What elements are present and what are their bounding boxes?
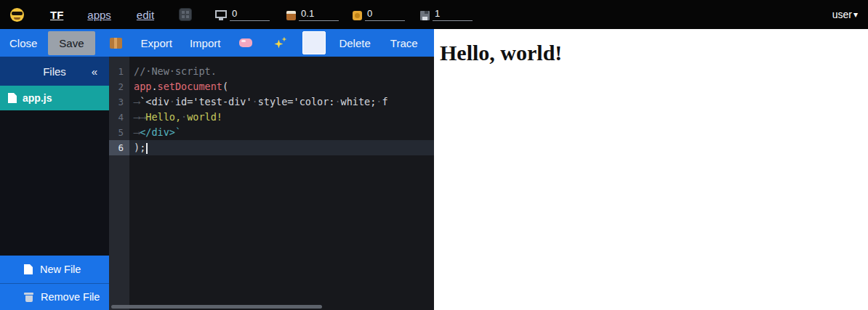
space-whitespace-marker: ·	[334, 96, 340, 107]
output-text: Hello, world!	[440, 41, 868, 65]
apps-link[interactable]: apps	[87, 9, 111, 21]
code-line[interactable]: );	[129, 140, 434, 155]
code-token: `<div	[140, 96, 169, 107]
output-pane: Hello, world!	[434, 29, 868, 310]
collapse-panel-icon[interactable]: «	[92, 65, 97, 78]
code-token: .	[151, 81, 157, 92]
code-line[interactable]: app.setDocument(	[129, 79, 434, 94]
monitor-counter-value[interactable]: 0	[230, 9, 270, 21]
soap-icon[interactable]	[239, 38, 252, 47]
beer-counter-value[interactable]: 0.1	[299, 9, 339, 21]
code-token: style='color:	[258, 96, 335, 107]
line-number: 2	[109, 79, 129, 94]
counter-coin: 0	[353, 9, 405, 21]
line-number: 5	[109, 125, 129, 140]
code-token: Hello,	[145, 111, 181, 123]
counter-floppy: 1	[420, 9, 473, 21]
code-token: );	[134, 142, 145, 153]
code-line[interactable]: //·New·script.	[129, 64, 434, 79]
floppy-icon	[420, 11, 430, 20]
space-whitespace-marker: ·	[169, 96, 175, 107]
file-name: app.js	[23, 92, 52, 104]
coin-icon	[353, 11, 362, 20]
sparkles-icon[interactable]	[274, 37, 286, 49]
line-number: 3	[109, 94, 129, 110]
beer-icon	[286, 11, 296, 20]
close-button[interactable]: Close	[9, 37, 37, 49]
remove-file-label: Remove File	[41, 291, 100, 303]
import-button[interactable]: Import	[190, 37, 221, 49]
trash-icon	[24, 293, 33, 302]
tab-whitespace-marker: ⟶	[134, 126, 140, 138]
line-number: 6	[109, 140, 129, 155]
blank-button[interactable]	[302, 31, 326, 54]
code-token: world!	[187, 111, 222, 123]
save-button[interactable]: Save	[48, 31, 95, 55]
package-icon[interactable]	[110, 38, 122, 49]
remove-file-button[interactable]: Remove File	[0, 283, 109, 310]
code-token: id='test-div'	[175, 96, 252, 107]
space-whitespace-marker: ·	[181, 111, 187, 123]
code-line[interactable]: ⟶⟶Hello,·world!	[129, 110, 434, 125]
file-list: app.js	[0, 86, 109, 256]
code-editor[interactable]: 123456 //·New·script.app.setDocument(⟶`<…	[109, 57, 434, 310]
new-file-button[interactable]: New File	[0, 256, 109, 283]
floppy-counter-value[interactable]: 1	[433, 9, 473, 21]
topbar: TF apps edit 0 0.1 0 1 user ▾	[0, 0, 868, 29]
user-menu-label: user	[832, 9, 852, 20]
counter-monitor: 0	[215, 9, 270, 21]
app-grid-icon[interactable]	[179, 8, 192, 21]
counter-beer: 0.1	[286, 9, 339, 21]
tab-whitespace-marker: ⟶	[134, 96, 140, 107]
code-area[interactable]: //·New·script.app.setDocument(⟶`<div·id=…	[129, 57, 434, 310]
text-cursor	[146, 143, 148, 154]
code-token: //·New·script.	[134, 65, 217, 77]
code-token: f	[382, 96, 387, 107]
editor-toolbar: Close Save Export Import Delete Trace	[0, 29, 434, 57]
tf-link[interactable]: TF	[50, 9, 63, 21]
monitor-icon	[215, 10, 227, 18]
file-item-appjs[interactable]: app.js	[0, 86, 109, 110]
tab-whitespace-marker: ⟶	[134, 111, 140, 123]
code-token: app	[134, 81, 151, 92]
code-line[interactable]: ⟶`<div·id='test-div'·style='color:·white…	[129, 94, 434, 110]
horizontal-scrollbar-thumb[interactable]	[111, 305, 322, 309]
line-number: 4	[109, 110, 129, 125]
new-file-icon	[24, 264, 33, 274]
delete-button[interactable]: Delete	[339, 37, 370, 49]
code-line[interactable]: ⟶</div>`	[129, 125, 434, 140]
file-icon	[8, 93, 17, 103]
files-panel-header: Files «	[0, 57, 109, 86]
space-whitespace-marker: ·	[252, 96, 258, 107]
line-number: 1	[109, 64, 129, 79]
export-button[interactable]: Export	[141, 37, 172, 49]
trace-button[interactable]: Trace	[390, 37, 418, 49]
code-token: white;	[341, 96, 377, 107]
user-menu[interactable]: user ▾	[832, 9, 858, 20]
new-file-label: New File	[40, 264, 81, 275]
code-token: setDocument	[158, 81, 222, 92]
edit-link[interactable]: edit	[137, 9, 154, 21]
code-token: </div>`	[140, 126, 181, 138]
line-number-gutter: 123456	[109, 57, 129, 310]
coin-counter-value[interactable]: 0	[365, 9, 405, 21]
sunglasses-face-icon[interactable]	[10, 8, 24, 22]
code-token: (	[222, 81, 228, 92]
caret-down-icon: ▾	[853, 9, 858, 20]
